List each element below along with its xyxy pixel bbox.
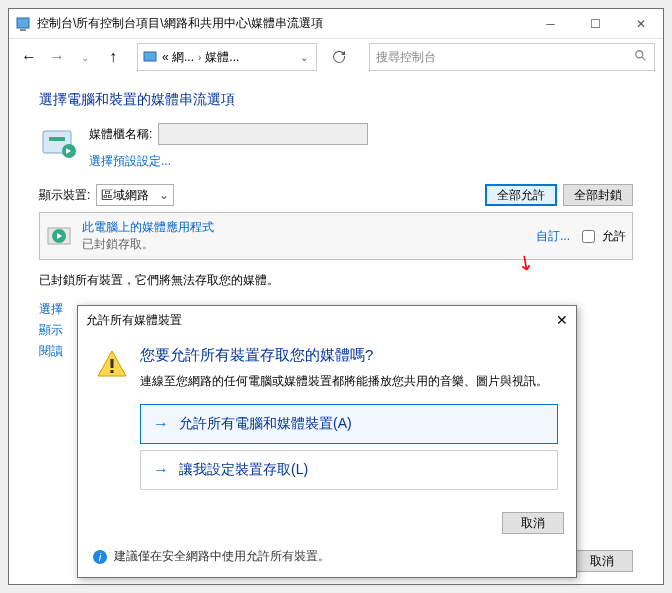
back-button[interactable]: ←: [17, 45, 41, 69]
info-icon: i: [92, 549, 108, 565]
svg-rect-1: [20, 29, 26, 31]
title-bar: 控制台\所有控制台項目\網路和共用中心\媒體串流選項 ─ ☐ ✕: [9, 9, 663, 39]
allow-checkbox[interactable]: [582, 230, 595, 243]
recent-dropdown[interactable]: ⌄: [73, 45, 97, 69]
allow-label: 允許: [602, 228, 626, 245]
show-devices-label: 顯示裝置:: [39, 187, 90, 204]
media-name-label: 媒體櫃名稱:: [89, 126, 152, 143]
allow-all-button[interactable]: 全部允許: [485, 184, 557, 206]
arrow-right-icon: →: [153, 415, 169, 433]
choice-custom[interactable]: → 讓我設定裝置存取(L): [140, 450, 558, 490]
address-dropdown[interactable]: ⌄: [296, 52, 312, 63]
dialog-close-button[interactable]: ✕: [556, 312, 568, 328]
device-panel: 此電腦上的媒體應用程式 已封鎖存取。 自訂... 允許: [39, 212, 633, 260]
dialog-hint: 建議僅在安全網路中使用允許所有裝置。: [114, 548, 330, 565]
cancel-button[interactable]: 取消: [571, 550, 633, 572]
window-title: 控制台\所有控制台項目\網路和共用中心\媒體串流選項: [37, 15, 528, 32]
dialog-titlebar: 允許所有媒體裝置 ✕: [78, 306, 576, 334]
refresh-button[interactable]: [325, 43, 353, 71]
device-icon: [46, 222, 74, 250]
svg-rect-2: [144, 52, 156, 61]
device-name[interactable]: 此電腦上的媒體應用程式: [82, 219, 528, 236]
search-placeholder: 搜尋控制台: [376, 49, 436, 66]
dialog-question: 您要允許所有裝置存取您的媒體嗎?: [140, 346, 558, 365]
blocked-message: 已封鎖所有裝置，它們將無法存取您的媒體。: [39, 272, 633, 289]
close-button[interactable]: ✕: [618, 9, 663, 38]
address-bar[interactable]: « 網... › 媒體... ⌄: [137, 43, 317, 71]
app-icon: [15, 16, 31, 32]
allow-all-dialog: 允許所有媒體裝置 ✕ 您要允許所有裝置存取您的媒體嗎? 連線至您網路的任何電腦或…: [77, 305, 577, 578]
device-status: 已封鎖存取。: [82, 236, 528, 253]
dialog-info: 連線至您網路的任何電腦或媒體裝置都將能播放您共用的音樂、圖片與視訊。: [140, 373, 558, 390]
media-name-input[interactable]: [158, 123, 368, 145]
search-box[interactable]: 搜尋控制台: [369, 43, 655, 71]
svg-point-3: [636, 50, 643, 57]
choice-allow-all[interactable]: → 允許所有電腦和媒體裝置(A): [140, 404, 558, 444]
page-heading: 選擇電腦和裝置的媒體串流選項: [39, 91, 633, 109]
svg-rect-6: [49, 137, 65, 141]
up-button[interactable]: ↑: [101, 45, 125, 69]
forward-button[interactable]: →: [45, 45, 69, 69]
svg-rect-0: [17, 18, 29, 28]
svg-rect-10: [111, 359, 114, 368]
crumb[interactable]: « 網...: [162, 49, 194, 66]
search-icon: [634, 49, 648, 66]
chevron-right-icon: ›: [198, 52, 201, 63]
media-library-icon: [39, 123, 79, 163]
maximize-button[interactable]: ☐: [573, 9, 618, 38]
block-all-button[interactable]: 全部封鎖: [563, 184, 633, 206]
address-icon: [142, 49, 158, 65]
warning-icon: [96, 348, 128, 380]
nav-bar: ← → ⌄ ↑ « 網... › 媒體... ⌄ 搜尋控制台: [9, 39, 663, 75]
arrow-right-icon: →: [153, 461, 169, 479]
dialog-title: 允許所有媒體裝置: [86, 312, 182, 329]
show-devices-combo[interactable]: 區域網路: [96, 184, 174, 206]
device-custom-link[interactable]: 自訂...: [536, 228, 570, 245]
svg-rect-11: [111, 370, 114, 373]
dialog-cancel-button[interactable]: 取消: [502, 512, 564, 534]
minimize-button[interactable]: ─: [528, 9, 573, 38]
preset-link[interactable]: 選擇預設設定...: [89, 154, 171, 168]
svg-line-4: [642, 56, 646, 60]
crumb[interactable]: 媒體...: [205, 49, 239, 66]
